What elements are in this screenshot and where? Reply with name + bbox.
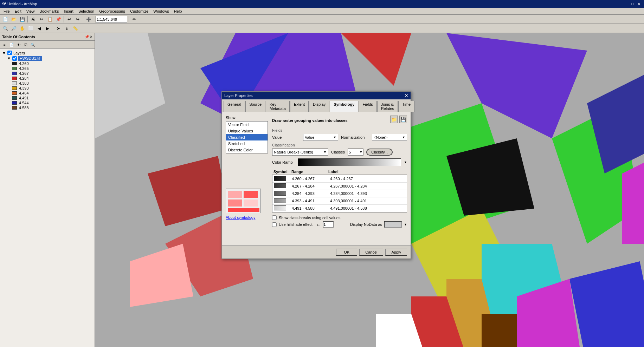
minimize-btn[interactable]: ─ [624, 2, 630, 6]
nodata-arrow[interactable]: ▼ [404, 223, 407, 226]
ok-button[interactable]: OK [336, 249, 357, 256]
menu-insert[interactable]: Insert [62, 8, 76, 14]
layer-checkbox[interactable] [12, 56, 17, 61]
toc-vis-btn[interactable]: 👁 [15, 41, 22, 48]
sep4 [94, 16, 94, 22]
menu-bookmarks[interactable]: Bookmarks [37, 8, 61, 14]
new-btn[interactable]: 📄 [1, 15, 9, 23]
menu-edit[interactable]: Edit [13, 8, 24, 14]
hillshade-checkbox[interactable] [272, 222, 277, 227]
redo-btn[interactable]: ↪ [74, 15, 82, 23]
tab-time[interactable]: Time [398, 101, 414, 112]
apply-button[interactable]: Apply [385, 249, 407, 256]
open-btn[interactable]: 📂 [10, 15, 18, 23]
tab-display[interactable]: Display [309, 101, 329, 112]
table-row-4[interactable]: 4.491 - 4.588 4.491,000001 - 4.588 [272, 205, 407, 212]
info-btn[interactable]: ℹ [63, 25, 71, 32]
show-unique-values[interactable]: Unique Values [226, 128, 268, 134]
layer-item: ▼ HWSDB1.tif [1, 55, 93, 61]
cell-label-4[interactable]: 4.491,000001 - 4.588 [329, 205, 407, 211]
toc-sel-btn[interactable]: ☑ [22, 41, 29, 48]
layers-checkbox[interactable] [7, 51, 12, 55]
table-row-3[interactable]: 4.393 - 4.491 4.393,000001 - 4.491 [272, 197, 407, 205]
cell-label-0[interactable]: 4.260 - 4.267 [329, 176, 407, 182]
dialog-close-btn[interactable]: ✕ [404, 93, 408, 98]
save-icon-btn[interactable]: 💾 [399, 116, 407, 123]
scale-input[interactable] [96, 16, 127, 23]
value-dropdown[interactable]: Value ▼ [303, 134, 338, 141]
zoom-in-btn[interactable]: 🔍 [1, 25, 9, 32]
map-area[interactable]: Layer Properties ✕ General Source Key Me… [95, 33, 644, 347]
back-btn[interactable]: ◀ [35, 25, 43, 32]
about-symbology-link[interactable]: About symbology [226, 215, 255, 220]
svg-rect-2 [228, 191, 242, 198]
cell-label-1[interactable]: 4.267,000001 - 4.284 [329, 183, 407, 189]
color-ramp-label: Color Ramp [272, 160, 295, 164]
color-ramp-selector[interactable] [298, 158, 401, 166]
paste-btn[interactable]: 📌 [54, 15, 62, 23]
table-row-0[interactable]: 4.260 - 4.267 4.260 - 4.267 [272, 175, 407, 183]
measure-btn[interactable]: 📏 [71, 25, 79, 32]
toc-list-btn[interactable]: ≡ [1, 41, 8, 48]
tab-symbology[interactable]: Symbology [330, 101, 358, 112]
toc-close-btn[interactable]: ✕ [90, 35, 92, 39]
menu-windows[interactable]: Windows [151, 8, 171, 14]
menu-help[interactable]: Help [172, 8, 184, 14]
color-ramp-arrow[interactable]: ▼ [404, 161, 407, 164]
add-data-btn[interactable]: ➕ [85, 15, 92, 23]
table-row-2[interactable]: 4.284 - 4.393 4.284,000001 - 4.393 [272, 190, 407, 197]
zoom-out-btn[interactable]: 🔎 [10, 25, 18, 32]
tab-source[interactable]: Source [245, 101, 265, 112]
menu-view[interactable]: View [24, 8, 37, 14]
show-class-breaks-checkbox[interactable] [272, 215, 277, 220]
show-discrete-color[interactable]: Discrete Color [226, 147, 268, 153]
maximize-btn[interactable]: □ [630, 2, 635, 6]
layers-expand-icon[interactable]: ▼ [2, 51, 6, 55]
menu-geoprocessing[interactable]: Geoprocessing [97, 8, 127, 14]
cell-label-3[interactable]: 4.393,000001 - 4.491 [329, 198, 407, 204]
classify-button[interactable]: Classify... [366, 149, 393, 156]
tab-joins[interactable]: Joins & Relates [377, 101, 398, 112]
nodata-color-box[interactable] [384, 221, 402, 228]
show-vector-field[interactable]: Vector Field [226, 122, 268, 128]
menu-selection[interactable]: Selection [76, 8, 96, 14]
save-btn[interactable]: 💾 [18, 15, 26, 23]
layer-expand-icon[interactable]: ▼ [7, 56, 11, 60]
copy-btn[interactable]: 📋 [46, 15, 54, 23]
toc-source-btn[interactable]: 📄 [8, 41, 15, 48]
menu-customize[interactable]: Customize [128, 8, 150, 14]
toc-search-btn[interactable]: 🔍 [30, 41, 36, 48]
normalization-dropdown[interactable]: <None> ▼ [372, 134, 407, 141]
cancel-button[interactable]: Cancel [359, 249, 383, 256]
layer-properties-dialog[interactable]: Layer Properties ✕ General Source Key Me… [221, 91, 411, 259]
tab-extent[interactable]: Extent [290, 101, 309, 112]
cut-btn[interactable]: ✂ [38, 15, 45, 23]
menu-file[interactable]: File [1, 8, 12, 14]
legend-item-8: 4.544 [1, 100, 93, 105]
legend-item-4: 4.383 [1, 81, 93, 86]
undo-btn[interactable]: ↩ [65, 15, 73, 23]
legend-value-3: 4.284 [19, 76, 29, 80]
tab-key-metadata[interactable]: Key Metadata [266, 101, 290, 112]
classes-dropdown[interactable]: 5 ▼ [348, 149, 363, 156]
full-extent-btn[interactable]: ⬜ [27, 25, 34, 32]
tab-general[interactable]: General [224, 101, 245, 112]
layer-name[interactable]: HWSDB1.tif [18, 56, 42, 61]
toc-panel: Table Of Contents 📌 ✕ ≡ 📄 👁 ☑ 🔍 ▼ Layers [0, 33, 95, 347]
method-dropdown[interactable]: Natural Breaks (Jenks) ▼ [272, 149, 328, 156]
hillshade-value-input[interactable] [323, 221, 334, 228]
tab-fields[interactable]: Fields [359, 101, 376, 112]
cell-label-2[interactable]: 4.284,000001 - 4.393 [329, 191, 407, 196]
show-classified[interactable]: Classified [226, 134, 268, 140]
close-btn[interactable]: ✕ [636, 2, 642, 6]
pan-btn[interactable]: ✋ [18, 25, 26, 32]
classes-label: Classes [331, 150, 345, 154]
show-stretched[interactable]: Stretched [226, 140, 268, 147]
toc-pin-btn[interactable]: 📌 [85, 35, 89, 39]
print-btn[interactable]: 🖨 [29, 15, 37, 23]
forward-btn[interactable]: ▶ [44, 25, 51, 32]
select-btn[interactable]: ➤ [54, 25, 62, 32]
editor-btn[interactable]: ✏ [130, 15, 138, 23]
load-icon-btn[interactable]: 📁 [390, 116, 398, 123]
table-row-1[interactable]: 4.267 - 4.284 4.267,000001 - 4.284 [272, 183, 407, 190]
